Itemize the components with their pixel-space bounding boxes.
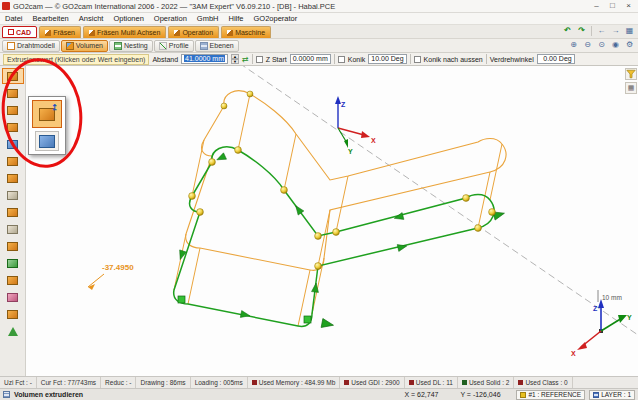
close-button[interactable]: × bbox=[621, 1, 636, 12]
memory-dot-icon bbox=[252, 380, 257, 385]
sidebar-tool-boolean[interactable] bbox=[2, 272, 24, 288]
solid-tools-sidebar bbox=[0, 66, 26, 376]
prev-view-icon[interactable]: ← bbox=[595, 25, 608, 37]
subtab-nesting[interactable]: Nesting bbox=[109, 40, 153, 52]
menu-item-hilfe[interactable]: Hilfe bbox=[228, 14, 243, 23]
sidebar-tool-shell[interactable] bbox=[2, 204, 24, 220]
abstand-value: 41.0000 mm bbox=[184, 55, 225, 62]
verdrehwinkel-input[interactable]: 0.00 Deg bbox=[537, 54, 575, 64]
stepper-down-icon[interactable]: ▼ bbox=[231, 59, 239, 64]
flyout-extrude-cut-button[interactable] bbox=[35, 131, 59, 151]
sidebar-tool-sweep[interactable] bbox=[2, 102, 24, 118]
minimize-button[interactable]: – bbox=[589, 1, 604, 12]
status-loading: Loading : 005ms bbox=[191, 377, 248, 388]
title-bar: GO2cam — © GO2cam International 2006 - 2… bbox=[0, 0, 638, 13]
flyout-extrude-solid-button[interactable]: ↥ bbox=[32, 100, 62, 128]
revolve-icon bbox=[7, 89, 18, 98]
operation-icon bbox=[174, 30, 180, 36]
sidebar-tool-mirror[interactable] bbox=[2, 306, 24, 322]
pocket-icon bbox=[7, 174, 18, 183]
draft-icon bbox=[7, 259, 18, 268]
direction-arrows bbox=[177, 153, 506, 330]
status-text: Used GDI : 2900 bbox=[351, 379, 399, 386]
next-view-icon[interactable]: → bbox=[609, 25, 622, 37]
zoom-out-icon[interactable]: ⊖ bbox=[581, 39, 594, 51]
zstart-checkbox[interactable] bbox=[256, 56, 263, 63]
sidebar-tool-chamfer[interactable] bbox=[2, 238, 24, 254]
dimension-value: -37.4950 bbox=[102, 263, 134, 272]
zstart-input[interactable]: 0.0000 mm bbox=[290, 54, 331, 64]
menu-item-bearbeiten[interactable]: Bearbeiten bbox=[33, 14, 69, 23]
ribbon-tab-fraesen[interactable]: Fräsen bbox=[39, 26, 81, 38]
konik-aussen-checkbox[interactable] bbox=[414, 56, 421, 63]
reference-selector[interactable]: #1 : REFERENCE bbox=[516, 390, 585, 400]
menu-item-optionen[interactable]: Optionen bbox=[113, 14, 143, 23]
display-mode-icon[interactable]: ▦ bbox=[625, 82, 637, 94]
snap-grid-icon[interactable] bbox=[3, 391, 10, 398]
machine-icon bbox=[227, 30, 233, 36]
views-icon[interactable]: ▦ bbox=[623, 25, 636, 37]
origin-y-label: Y bbox=[348, 148, 353, 155]
status-used-class: Used Class : 0 bbox=[514, 377, 572, 388]
abstand-input[interactable]: 41.0000 mm bbox=[181, 54, 228, 64]
orientation-triad: Z Y X bbox=[571, 299, 632, 357]
sidebar-tool-draft[interactable] bbox=[2, 255, 24, 271]
layer-icon bbox=[593, 392, 599, 398]
sidebar-tool-pocket[interactable] bbox=[2, 170, 24, 186]
sidebar-tool-split[interactable] bbox=[2, 289, 24, 305]
separator bbox=[334, 54, 335, 64]
menu-item-operation[interactable]: Operation bbox=[154, 14, 187, 23]
flip-direction-icon[interactable]: ⇄ bbox=[242, 55, 249, 64]
subtab-ebenen[interactable]: Ebenen bbox=[195, 40, 239, 52]
sidebar-tool-revolve[interactable] bbox=[2, 85, 24, 101]
ribbon-tab-operation[interactable]: Operation bbox=[168, 26, 219, 38]
zoom-in-icon[interactable]: ⊕ bbox=[567, 39, 580, 51]
konik-checkbox[interactable] bbox=[338, 56, 345, 63]
extrude-flyout: ↥ bbox=[28, 96, 66, 155]
main-area: Z X Y -37.4950 10 mm bbox=[0, 66, 638, 376]
menu-item-ansicht[interactable]: Ansicht bbox=[79, 14, 104, 23]
layer-selector[interactable]: LAYER : 1 bbox=[589, 390, 635, 400]
ribbon-tab-fraesen-multi[interactable]: Fräsen Multi Achsen bbox=[83, 26, 166, 38]
filter-icon[interactable] bbox=[625, 68, 637, 80]
konik-label: Konik bbox=[348, 56, 366, 63]
origin-x-label: X bbox=[371, 137, 376, 144]
sidebar-tool-cone[interactable] bbox=[2, 323, 24, 339]
solid-icon bbox=[66, 42, 74, 50]
sidebar-tool-extrude[interactable] bbox=[2, 68, 24, 84]
subtab-drahtmodell[interactable]: Drahtmodell bbox=[2, 40, 60, 52]
settings-gear-icon[interactable]: ⚙ bbox=[623, 39, 636, 51]
sidebar-tool-fillet[interactable] bbox=[2, 221, 24, 237]
sidebar-tool-loft[interactable] bbox=[2, 119, 24, 135]
menu-item-datei[interactable]: Datei bbox=[5, 14, 23, 23]
viewport-3d[interactable]: Z X Y -37.4950 10 mm bbox=[26, 66, 638, 376]
status-uzi-fct: Uzi Fct : - bbox=[0, 377, 37, 388]
menu-item-go2operator[interactable]: GO2operator bbox=[253, 14, 297, 23]
konik-input[interactable]: 10.00 Deg bbox=[368, 54, 406, 64]
ribbon-tab-label: Operation bbox=[182, 29, 213, 36]
subtab-profile[interactable]: Profile bbox=[154, 40, 194, 52]
status-drawing: Drawing : 86ms bbox=[136, 377, 190, 388]
sidebar-tool-rib[interactable] bbox=[2, 187, 24, 203]
redo-icon[interactable]: ↷ bbox=[575, 25, 588, 37]
gdi-dot-icon bbox=[344, 380, 349, 385]
visibility-icon[interactable]: ◉ bbox=[609, 39, 622, 51]
app-logo-icon bbox=[2, 2, 10, 10]
sidebar-tool-pipe[interactable] bbox=[2, 136, 24, 152]
undo-icon[interactable]: ↶ bbox=[561, 25, 574, 37]
status-used-memory: Used Memory : 484.99 Mb bbox=[248, 377, 341, 388]
status-used-gdi: Used GDI : 2900 bbox=[340, 377, 404, 388]
menu-item-gmbh[interactable]: GmbH bbox=[197, 14, 219, 23]
scene-graphics: Z X Y -37.4950 10 mm bbox=[26, 66, 638, 376]
subtab-volumen[interactable]: Volumen bbox=[61, 40, 108, 52]
sweep-icon bbox=[7, 106, 18, 115]
status-text: Used Class : 0 bbox=[525, 379, 567, 386]
cad-mode-bar: Drahtmodell Volumen Nesting Profile Eben… bbox=[0, 39, 638, 53]
zoom-fit-icon[interactable]: ⊙ bbox=[595, 39, 608, 51]
status-text: Used DL : 11 bbox=[416, 379, 453, 386]
maximize-button[interactable]: □ bbox=[605, 1, 620, 12]
status-used-dl: Used DL : 11 bbox=[405, 377, 458, 388]
ribbon-tab-cad[interactable]: CAD bbox=[2, 26, 37, 38]
ribbon-tab-maschine[interactable]: Maschine bbox=[221, 26, 271, 38]
sidebar-tool-hole[interactable] bbox=[2, 153, 24, 169]
